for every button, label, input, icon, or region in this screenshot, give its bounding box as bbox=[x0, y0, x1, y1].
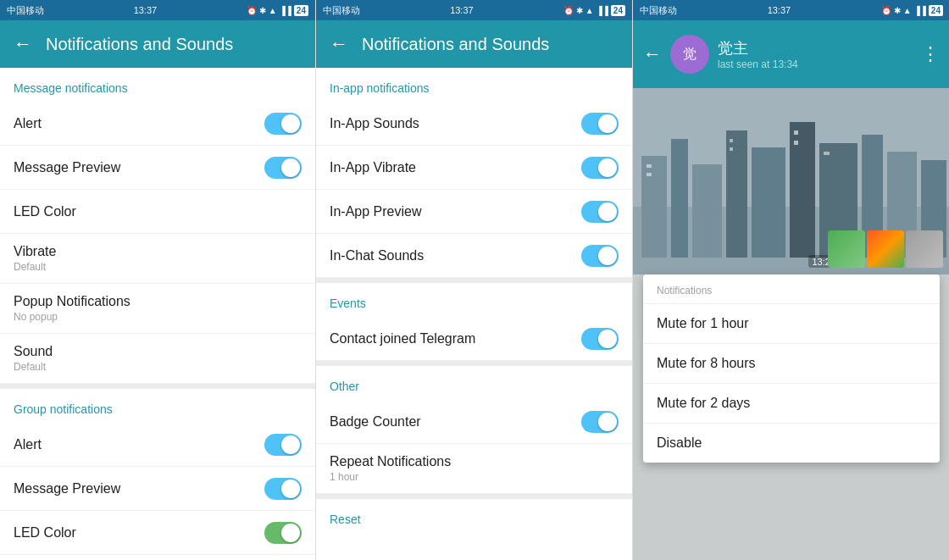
alert-row: Alert bbox=[0, 102, 315, 146]
chat-status: last seen at 13:34 bbox=[718, 58, 913, 70]
popup-notif-row[interactable]: Popup Notifications No popup bbox=[0, 284, 315, 334]
msg-notif-header: Message notifications bbox=[0, 68, 315, 102]
group-alert-toggle[interactable] bbox=[264, 434, 302, 456]
bluetooth-icon-2: ✱ bbox=[576, 6, 583, 15]
group-led-label: LED Color bbox=[14, 525, 76, 541]
mute-2days-item[interactable]: Mute for 2 days bbox=[643, 384, 940, 424]
in-app-sounds-row: In-App Sounds bbox=[316, 102, 632, 146]
alarm-icon-3: ⏰ bbox=[881, 6, 891, 15]
events-header: Events bbox=[316, 283, 632, 317]
time-3: 13:37 bbox=[768, 5, 791, 15]
thumbnail-grid bbox=[828, 230, 943, 268]
svg-rect-14 bbox=[730, 139, 733, 142]
time-1: 13:37 bbox=[134, 5, 158, 15]
msg-preview-row: Message Preview bbox=[0, 146, 315, 190]
carrier-text-3: 中国移动 bbox=[640, 4, 677, 17]
disable-item[interactable]: Disable bbox=[643, 424, 940, 463]
header-2: ← Notifications and Sounds bbox=[316, 20, 632, 68]
in-app-header: In-app notifications bbox=[316, 68, 632, 102]
content-1: Message notifications Alert Message Prev… bbox=[0, 68, 315, 560]
chat-info: 觉主 last seen at 13:34 bbox=[718, 38, 913, 70]
carrier-text-1: 中国移动 bbox=[7, 4, 44, 17]
alert-toggle[interactable] bbox=[264, 113, 302, 135]
other-header: Other bbox=[316, 366, 632, 400]
group-msg-preview-label: Message Preview bbox=[14, 481, 120, 496]
sound-row[interactable]: Sound Default bbox=[0, 334, 315, 384]
popup-sub: No popup bbox=[14, 311, 130, 323]
svg-rect-3 bbox=[671, 139, 688, 258]
more-options-button[interactable]: ⋮ bbox=[921, 43, 940, 65]
group-msg-preview-toggle[interactable] bbox=[264, 478, 302, 500]
msg-preview-toggle-thumb bbox=[281, 158, 300, 177]
group-notif-header: Group notifications bbox=[0, 389, 315, 423]
bluetooth-icon-3: ✱ bbox=[894, 6, 901, 15]
in-chat-sounds-row: In-Chat Sounds bbox=[316, 234, 632, 278]
thumbnail-gray bbox=[906, 230, 943, 268]
repeat-notif-row[interactable]: Repeat Notifications 1 hour bbox=[316, 444, 632, 494]
contact-joined-row: Contact joined Telegram bbox=[316, 317, 632, 361]
panel-1: 中国移动 13:37 ⏰ ✱ ▲ ▐▐ 24 ← Notifications a… bbox=[0, 0, 316, 560]
group-msg-preview-thumb bbox=[281, 480, 300, 498]
signal-icon: ▐▐ bbox=[280, 6, 291, 15]
context-menu: Notifications Mute for 1 hour Mute for 8… bbox=[643, 274, 940, 463]
chat-image-area: 13:27 ✓✓ bbox=[633, 88, 949, 274]
group-led-toggle[interactable] bbox=[264, 522, 302, 544]
battery-icon-2: 24 bbox=[611, 5, 625, 16]
wifi-icon-2: ▲ bbox=[585, 6, 594, 15]
svg-rect-13 bbox=[647, 173, 652, 176]
reset-header[interactable]: Reset bbox=[316, 499, 632, 533]
in-app-vibrate-toggle[interactable] bbox=[581, 157, 619, 179]
carrier-text-2: 中国移动 bbox=[323, 4, 360, 17]
thumbnail-orange bbox=[867, 230, 904, 268]
status-bar-2: 中国移动 13:37 ⏰ ✱ ▲ ▐▐ 24 bbox=[316, 0, 632, 20]
alarm-icon: ⏰ bbox=[247, 6, 257, 15]
mute-1hour-item[interactable]: Mute for 1 hour bbox=[643, 304, 940, 344]
contact-joined-toggle[interactable] bbox=[581, 328, 619, 350]
chat-back-button[interactable]: ← bbox=[643, 43, 662, 65]
panel-3: 中国移动 13:37 ⏰ ✱ ▲ ▐▐ 24 ← 觉 觉主 last seen … bbox=[633, 0, 949, 560]
battery-icon: 24 bbox=[294, 5, 308, 16]
back-button-2[interactable]: ← bbox=[330, 33, 348, 55]
popup-label: Popup Notifications bbox=[14, 294, 130, 309]
in-app-sounds-toggle[interactable] bbox=[581, 113, 619, 135]
header-title-2: Notifications and Sounds bbox=[362, 35, 549, 54]
time-2: 13:37 bbox=[450, 5, 474, 15]
badge-counter-toggle[interactable] bbox=[581, 411, 619, 433]
msg-preview-toggle[interactable] bbox=[264, 157, 302, 179]
badge-counter-row: Badge Counter bbox=[316, 400, 632, 444]
svg-rect-2 bbox=[641, 156, 667, 258]
vibrate-row[interactable]: Vibrate Default bbox=[0, 234, 315, 284]
svg-rect-12 bbox=[647, 164, 652, 168]
repeat-notif-sub: 1 hour bbox=[330, 471, 451, 483]
group-led-thumb bbox=[281, 524, 300, 542]
svg-rect-6 bbox=[752, 147, 785, 258]
bluetooth-icon: ✱ bbox=[259, 6, 266, 15]
in-app-vibrate-label: In-App Vibrate bbox=[330, 160, 416, 175]
group-alert-toggle-thumb bbox=[281, 435, 300, 454]
svg-rect-16 bbox=[794, 130, 798, 135]
wifi-icon: ▲ bbox=[269, 6, 277, 15]
group-alert-label: Alert bbox=[14, 437, 42, 452]
back-button-1[interactable]: ← bbox=[14, 33, 32, 55]
status-icons-3: ⏰ ✱ ▲ ▐▐ 24 bbox=[881, 5, 943, 16]
svg-rect-5 bbox=[726, 130, 747, 258]
group-alert-row: Alert bbox=[0, 423, 315, 467]
led-color-row[interactable]: LED Color bbox=[0, 190, 315, 234]
svg-rect-7 bbox=[790, 122, 815, 258]
svg-rect-18 bbox=[824, 152, 830, 155]
status-carrier-2: 中国移动 bbox=[323, 4, 360, 17]
in-app-preview-toggle[interactable] bbox=[581, 201, 619, 223]
in-chat-sounds-toggle[interactable] bbox=[581, 245, 619, 267]
vibrate-label: Vibrate bbox=[14, 244, 56, 259]
mute-8hours-item[interactable]: Mute for 8 hours bbox=[643, 344, 940, 384]
thumbnail-green bbox=[828, 230, 865, 268]
chat-header: ← 觉 觉主 last seen at 13:34 ⋮ bbox=[633, 20, 949, 88]
context-menu-title: Notifications bbox=[643, 274, 940, 304]
signal-icon-3: ▐▐ bbox=[914, 6, 926, 15]
repeat-notif-wrap: Repeat Notifications 1 hour bbox=[330, 454, 451, 483]
sound-wrap: Sound Default bbox=[14, 344, 53, 373]
in-app-preview-label: In-App Preview bbox=[330, 204, 422, 219]
content-2: In-app notifications In-App Sounds In-Ap… bbox=[316, 68, 632, 560]
status-carrier-3: 中国移动 bbox=[640, 4, 677, 17]
led-color-label: LED Color bbox=[14, 204, 76, 219]
